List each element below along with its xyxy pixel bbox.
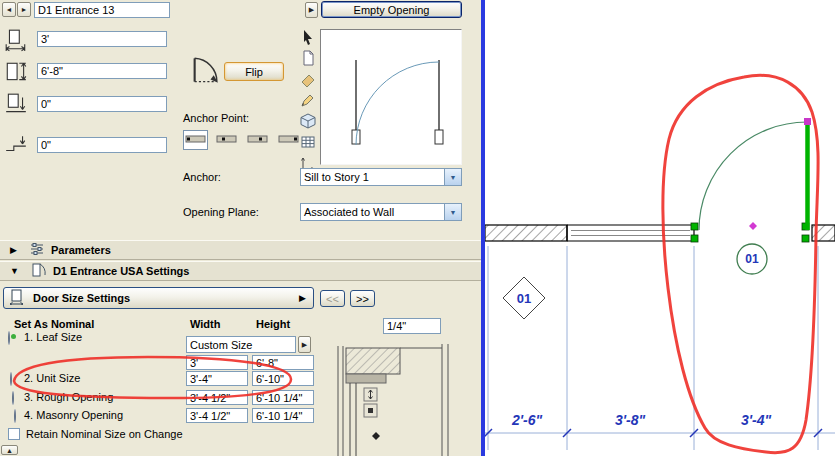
unit-size-radio[interactable] (10, 372, 12, 386)
door-size-settings-button[interactable]: Door Size Settings ▶ (3, 287, 314, 309)
door-swing-drawing (321, 30, 461, 164)
wall-segment-right[interactable] (812, 225, 835, 241)
opening-marker-text: 01 (510, 291, 538, 306)
chevron-down-icon[interactable]: ▼ (444, 169, 461, 185)
threshold-icon (4, 133, 28, 159)
rough-opening-radio[interactable] (12, 391, 14, 405)
height-header: Height (256, 318, 290, 330)
floor-plan-drawing (485, 0, 835, 456)
door-settings-dialog: ◄ ► ▶ Empty Opening (0, 0, 481, 456)
anchor-point-left-icon[interactable] (183, 130, 208, 150)
opening-plane-select[interactable]: Associated to Wall ▼ (300, 203, 462, 221)
door-height-icon (4, 60, 28, 86)
anchor-point-center-right-icon[interactable] (245, 130, 270, 150)
height-field[interactable] (37, 63, 167, 79)
hotspot-node[interactable] (749, 222, 757, 230)
masonry-opening-radio[interactable] (14, 409, 16, 423)
empty-opening-flyout-button[interactable]: ▶ (305, 2, 318, 18)
anchor-point-options (183, 130, 304, 150)
flip-direction-icon (183, 54, 219, 88)
page-preview-icon[interactable] (300, 50, 318, 68)
3d-view-icon[interactable] (300, 113, 318, 131)
frame-width-field[interactable] (383, 318, 441, 334)
pencil-tool-icon[interactable] (300, 92, 318, 110)
chevron-down-icon[interactable]: ▼ (444, 204, 461, 220)
opening-plane-value: Associated to Wall (301, 204, 444, 220)
dimension-text-mid[interactable]: 3'-8" (600, 412, 660, 428)
anchor-point-center-left-icon[interactable] (214, 130, 239, 150)
dimension-text-right[interactable]: 3'-4" (726, 412, 786, 428)
door-name-input[interactable] (34, 2, 170, 18)
scrollbar-up-button[interactable]: ▲ (1, 445, 18, 455)
leaf-size-label: 1. Leaf Size (24, 331, 82, 343)
anchor-point-right-icon[interactable] (276, 130, 301, 150)
next-page-button[interactable]: >> (350, 290, 375, 307)
floor-plan-canvas[interactable]: 01 01 2'-6" 3'-8" 3'-4" (485, 0, 835, 456)
wall-segment-left[interactable] (485, 225, 567, 241)
unit-height-field[interactable] (252, 371, 314, 386)
rough-width-field[interactable] (186, 390, 248, 405)
expand-down-icon[interactable]: ▼ (10, 266, 19, 276)
door-section-preview[interactable] (330, 338, 462, 456)
leaf-endpoint-handle[interactable] (804, 118, 811, 125)
nav-next-button[interactable]: ► (17, 2, 31, 17)
usa-settings-section-label: D1 Entrance USA Settings (53, 265, 190, 277)
eraser-tool-icon[interactable] (300, 71, 318, 89)
parameters-section-label: Parameters (51, 244, 111, 256)
door-marker-text: 01 (737, 252, 767, 266)
sill-field[interactable] (37, 96, 167, 112)
grid-view-icon[interactable] (300, 134, 318, 152)
preview-toolstrip (300, 29, 318, 173)
masonry-width-field[interactable] (186, 408, 248, 423)
masonry-height-field[interactable] (252, 408, 314, 423)
rough-height-field[interactable] (252, 390, 314, 405)
set-as-nominal-label: Set As Nominal (14, 318, 94, 330)
anchor-select[interactable]: Sill to Story 1 ▼ (300, 168, 462, 186)
anchor-point-label: Anchor Point: (183, 112, 249, 124)
section-marker-icon (372, 432, 380, 440)
prev-page-button[interactable]: << (320, 290, 345, 307)
app-window: ◄ ► ▶ Empty Opening (0, 0, 835, 456)
unit-width-field[interactable] (186, 371, 248, 386)
dimension-text-left[interactable]: 2'-6" (497, 412, 557, 428)
flip-button[interactable]: Flip (224, 62, 284, 81)
nav-prev-button[interactable]: ◄ (2, 2, 16, 17)
sill-height-icon (4, 92, 28, 118)
door-size-settings-label: Door Size Settings (33, 292, 130, 304)
custom-size-flyout-button[interactable]: ▶ (298, 336, 311, 353)
empty-opening-symbol[interactable] (567, 225, 694, 241)
opening-plane-label: Opening Plane: (183, 206, 259, 218)
custom-size-value: Custom Size (187, 337, 295, 352)
door-width-icon (4, 28, 28, 54)
panel-flyout-icon[interactable]: ▶ (299, 293, 306, 303)
leaf-width-field[interactable] (186, 355, 248, 370)
anchor-label: Anchor: (183, 171, 221, 183)
door-symbol-preview[interactable] (320, 29, 462, 165)
width-field[interactable] (37, 31, 167, 47)
door-swing-arc (699, 122, 807, 230)
anchor-handle-icon[interactable] (364, 404, 377, 417)
parameters-icon (29, 242, 45, 258)
masonry-opening-label: 4. Masonry Opening (24, 409, 123, 421)
custom-size-select[interactable]: Custom Size (186, 336, 296, 353)
retain-nominal-checkbox[interactable] (8, 428, 20, 440)
stretch-handle-icon[interactable] (364, 388, 377, 401)
parameters-section-bar[interactable]: ▶ Parameters (0, 240, 481, 260)
width-header: Width (190, 318, 220, 330)
rough-opening-label: 3. Rough Opening (24, 391, 113, 403)
leaf-height-field[interactable] (252, 355, 314, 370)
leaf-size-radio[interactable] (8, 331, 10, 345)
empty-opening-button[interactable]: Empty Opening (321, 1, 462, 18)
expand-right-icon[interactable]: ▶ (10, 245, 17, 255)
cursor-tool-icon[interactable] (300, 29, 318, 47)
retain-nominal-label: Retain Nominal Size on Change (26, 428, 183, 440)
reveal-field[interactable] (37, 137, 167, 153)
door-settings-icon (31, 263, 47, 279)
anchor-select-value: Sill to Story 1 (301, 169, 444, 185)
door-size-icon (9, 289, 25, 307)
unit-size-label: 2. Unit Size (24, 372, 80, 384)
usa-settings-section-bar[interactable]: ▼ D1 Entrance USA Settings (0, 261, 481, 281)
